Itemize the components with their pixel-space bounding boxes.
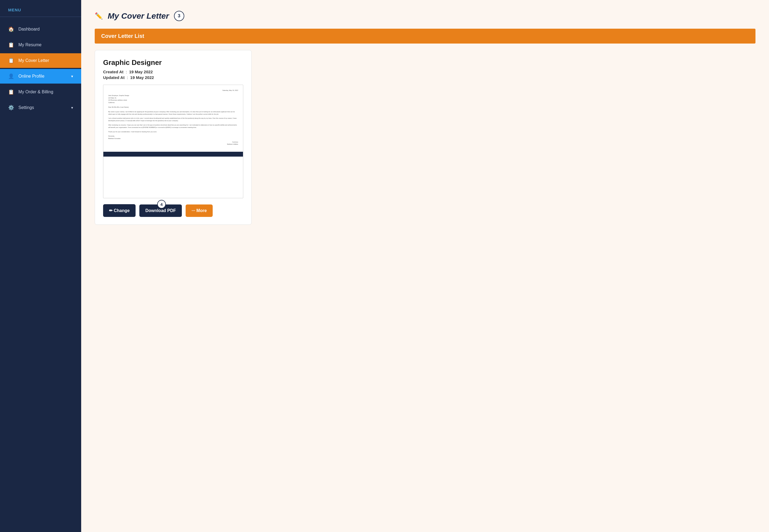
letter-salutation: Dear Mr./Ms./Mrs. [Last Name], — [108, 106, 238, 108]
chevron-down-icon-settings: ▾ — [71, 105, 73, 110]
cover-letter-card: Graphic Designer Created At : 19 May 202… — [95, 50, 252, 225]
sidebar-item-online-profile[interactable]: 👤 Online Profile ▾ — [0, 69, 81, 84]
sidebar-item-label: My Resume — [18, 42, 41, 47]
card-actions: ✏ Change Download PDF 4 ··· More — [103, 204, 243, 217]
sidebar-item-my-order-billing[interactable]: 📋 My Order & Billing — [0, 85, 81, 99]
sidebar: MENU 🏠 Dashboard 📋 My Resume 📋 My Cover … — [0, 0, 81, 532]
letter-footer-bar — [103, 152, 243, 157]
job-title: Graphic Designer — [103, 58, 243, 67]
sidebar-item-settings[interactable]: ⚙️ Settings ▾ — [0, 100, 81, 115]
change-button[interactable]: ✏ Change — [103, 204, 136, 217]
created-at: Created At : 19 May 2022 — [103, 70, 243, 74]
updated-at: Updated At : 19 May 2022 — [103, 75, 243, 80]
billing-icon: 📋 — [8, 89, 14, 95]
letter-date: Saturday, May 19, 2022 — [108, 89, 238, 92]
profile-icon: 👤 — [8, 73, 14, 79]
sidebar-nav: 🏠 Dashboard 📋 My Resume 📋 My Cover Lette… — [0, 17, 81, 120]
settings-icon: ⚙️ — [8, 105, 14, 111]
more-button[interactable]: ··· More — [186, 204, 213, 217]
page-title: My Cover Letter — [108, 11, 169, 21]
edit-icon: ✏️ — [95, 12, 103, 20]
chevron-down-icon: ▾ — [71, 74, 73, 78]
sidebar-item-label: My Order & Billing — [18, 90, 53, 94]
letter-preview: Saturday, May 19, 2022 John Employer, Gr… — [103, 85, 243, 198]
created-at-value: 19 May 2022 — [129, 70, 153, 74]
cover-letter-count-badge: 3 — [174, 11, 184, 21]
sidebar-item-label: My Cover Letter — [18, 58, 49, 63]
letter-address: John Employer, Graphic Design 123 Main S… — [108, 94, 238, 104]
action-badge: 4 — [157, 200, 166, 209]
letter-body: My name is [your name]. I am thrilled to… — [108, 111, 238, 133]
cover-letter-icon: 📋 — [8, 58, 14, 64]
section-header: Cover Letter List — [95, 29, 755, 44]
sidebar-item-dashboard[interactable]: 🏠 Dashboard — [0, 22, 81, 37]
resume-icon: 📋 — [8, 42, 14, 48]
page-title-row: ✏️ My Cover Letter 3 — [95, 11, 755, 21]
main-content: ✏️ My Cover Letter 3 Cover Letter List G… — [81, 0, 769, 532]
home-icon: 🏠 — [8, 26, 14, 32]
sidebar-menu-label: MENU — [0, 0, 81, 17]
updated-at-value: 19 May 2022 — [130, 75, 154, 80]
sidebar-item-label: Dashboard — [18, 27, 39, 32]
sidebar-item-label: Settings — [18, 105, 34, 110]
sidebar-item-label: Online Profile — [18, 74, 44, 79]
sidebar-item-my-resume[interactable]: 📋 My Resume — [0, 38, 81, 52]
letter-closing: Sincerely, Matthew Gonzalez — [108, 135, 238, 140]
sidebar-item-my-cover-letter[interactable]: 📋 My Cover Letter — [0, 53, 81, 68]
